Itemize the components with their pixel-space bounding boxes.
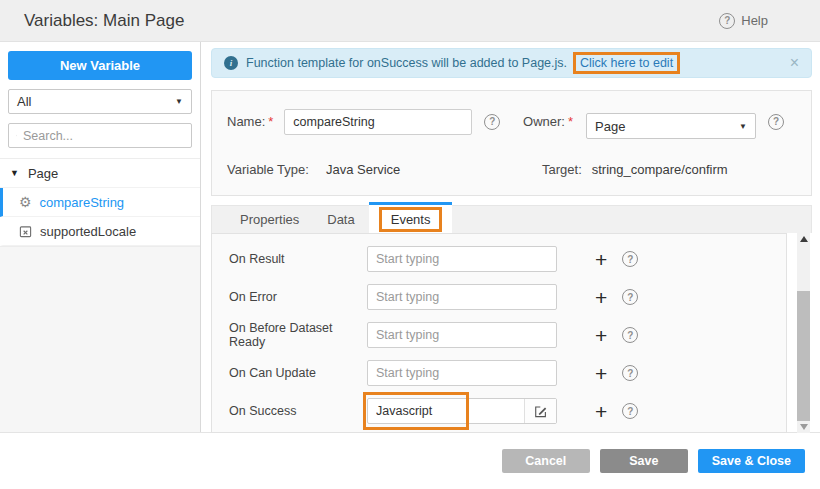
target-value: string_compare/confirm: [592, 162, 728, 177]
tab-events[interactable]: Events: [369, 202, 453, 233]
scroll-down-icon[interactable]: [800, 424, 808, 430]
owner-label: Owner:*: [523, 114, 573, 129]
owner-help-icon[interactable]: ?: [768, 114, 784, 130]
variable-detail-panel: i Function template for onSuccess will b…: [201, 42, 820, 432]
variable-filter-value: All: [17, 94, 31, 109]
scrollbar-thumb[interactable]: [797, 291, 810, 421]
required-marker: *: [568, 114, 573, 129]
event-help-icon[interactable]: ?: [622, 251, 638, 267]
add-action-icon[interactable]: +: [595, 287, 607, 308]
variable-type-value: Java Service: [326, 162, 400, 177]
dialog-footer: Cancel Save Save & Close: [0, 432, 820, 489]
event-row-on-result: On Result + ?: [212, 240, 786, 278]
save-and-close-button[interactable]: Save & Close: [698, 449, 805, 473]
tree-item-supportedlocale[interactable]: supportedLocale: [0, 217, 200, 246]
tab-properties[interactable]: Properties: [226, 205, 313, 233]
scroll-up-icon[interactable]: [800, 236, 808, 242]
banner-message: Function template for onSuccess will be …: [246, 56, 567, 70]
on-error-input[interactable]: [367, 284, 557, 310]
event-help-icon[interactable]: ?: [622, 327, 638, 343]
target-label: Target:: [542, 162, 582, 177]
add-action-icon[interactable]: +: [595, 363, 607, 384]
search-icon: [16, 129, 17, 142]
edit-script-button[interactable]: [524, 399, 556, 423]
variable-summary-form: Name:* ? Owner:* Page ▼ ? Variable Typ: [211, 90, 812, 196]
variables-dialog: Variables: Main Page ? Help New Variable…: [0, 0, 820, 489]
sidebar-filler: [0, 246, 200, 432]
info-icon: i: [224, 56, 238, 70]
help-button[interactable]: ? Help: [719, 13, 768, 29]
tree-group-label: Page: [28, 166, 58, 181]
help-icon: ?: [719, 13, 735, 29]
events-form: On Result + ? On Error + ? On Before Dat…: [211, 233, 787, 433]
save-button[interactable]: Save: [600, 449, 688, 473]
name-help-icon[interactable]: ?: [484, 114, 500, 130]
required-marker: *: [268, 114, 273, 129]
tree-group-page[interactable]: ▼ Page: [0, 159, 200, 188]
variables-tree: ▼ Page ⚙ compareString supportedLocale: [0, 158, 200, 246]
on-before-dataset-ready-input[interactable]: [367, 322, 557, 348]
event-label: On Result: [229, 252, 367, 266]
variable-search: [8, 123, 192, 148]
info-banner: i Function template for onSuccess will b…: [211, 48, 812, 78]
events-scrollbar[interactable]: [797, 233, 810, 433]
variable-filter-select[interactable]: All ▼: [8, 89, 192, 114]
event-help-icon[interactable]: ?: [622, 365, 638, 381]
add-action-icon[interactable]: +: [595, 401, 607, 422]
add-action-icon[interactable]: +: [595, 249, 607, 270]
event-row-on-before-dataset-ready: On Before Dataset Ready + ?: [212, 316, 786, 354]
event-help-icon[interactable]: ?: [622, 403, 638, 419]
tree-item-label: compareString: [40, 195, 125, 210]
events-tab-content: On Result + ? On Error + ? On Before Dat…: [211, 233, 812, 433]
event-row-on-error: On Error + ?: [212, 278, 786, 316]
on-result-input[interactable]: [367, 246, 557, 272]
chevron-down-icon: ▼: [175, 97, 183, 106]
java-service-gear-icon: ⚙: [19, 195, 32, 209]
event-label: On Error: [229, 290, 367, 304]
event-row-on-success: On Success + ?: [212, 392, 786, 430]
banner-close-icon[interactable]: ×: [790, 55, 799, 71]
detail-tabs: Properties Data Events: [211, 205, 812, 233]
model-variable-icon: [19, 225, 32, 238]
add-action-icon[interactable]: +: [595, 325, 607, 346]
event-row-on-can-update: On Can Update + ?: [212, 354, 786, 392]
edit-pencil-icon: [533, 404, 548, 419]
event-help-icon[interactable]: ?: [622, 289, 638, 305]
variable-type-label: Variable Type:: [227, 162, 309, 177]
tree-expander-icon: ▼: [10, 168, 19, 178]
event-label: On Success: [229, 404, 367, 418]
tab-data[interactable]: Data: [313, 205, 368, 233]
new-variable-button[interactable]: New Variable: [8, 51, 192, 80]
event-label: On Can Update: [229, 366, 367, 380]
cancel-button[interactable]: Cancel: [502, 449, 590, 473]
owner-value: Page: [595, 119, 625, 134]
dialog-header: Variables: Main Page ? Help: [0, 0, 820, 42]
search-input[interactable]: [23, 129, 184, 143]
tree-item-label: supportedLocale: [40, 224, 136, 239]
page-title: Variables: Main Page: [24, 11, 184, 31]
on-can-update-input[interactable]: [367, 360, 557, 386]
owner-select[interactable]: Page ▼: [586, 113, 756, 139]
help-label: Help: [741, 13, 768, 28]
variables-sidebar: New Variable All ▼ ▼ Page ⚙ compareStrin…: [0, 42, 201, 432]
name-input[interactable]: [284, 109, 472, 135]
name-label: Name:*: [227, 114, 273, 129]
event-label: On Before Dataset Ready: [229, 321, 367, 349]
click-here-to-edit-link[interactable]: Click here to edit: [573, 52, 680, 74]
tab-events-label: Events: [379, 207, 443, 232]
tree-item-comparestring[interactable]: ⚙ compareString: [0, 188, 200, 217]
chevron-down-icon: ▼: [739, 122, 747, 131]
